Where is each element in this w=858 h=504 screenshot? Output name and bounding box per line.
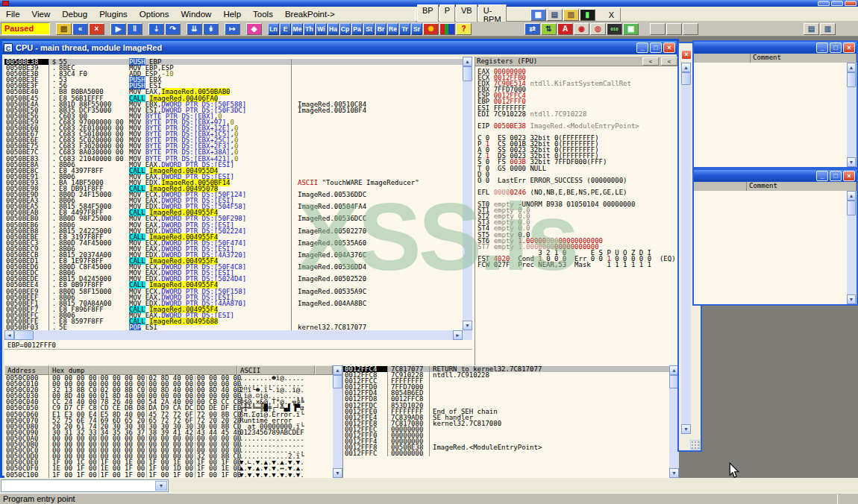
side-top-scrollbar[interactable]: ▲ ▼ [847, 63, 857, 167]
assembler-icon[interactable]: ▦ [530, 9, 546, 21]
open-icon[interactable]: ▨ [56, 23, 72, 35]
partial-scroll-down-icon[interactable]: ▼ [681, 424, 691, 434]
dump-scroll-thumb[interactable] [333, 375, 342, 388]
side-mid-close-icon[interactable]: × [843, 171, 855, 181]
cpu-close-icon[interactable]: × [663, 42, 675, 53]
appearance-icon[interactable] [439, 23, 455, 35]
menu-item-options[interactable]: Options [134, 8, 175, 20]
close-program-icon[interactable]: × [89, 23, 104, 35]
disassembly-pane[interactable]: 0050BE38$55PUSH EBP0050BE39.8BECMOV EBP,… [4, 57, 463, 330]
menu-item-plugins[interactable]: Plugins [93, 8, 134, 20]
dump-header-ascii[interactable]: ASCII [237, 365, 315, 375]
register-line[interactable]: O 0 LastErr ERROR_SUCCESS (00000000) [477, 177, 679, 183]
dump-pane[interactable]: 0050C00000 00 00 0000 00 00 0002 8D 40 0… [4, 375, 333, 478]
disasm-scroll-thumb[interactable] [463, 66, 472, 81]
options-gear-icon[interactable]: ☸ [423, 23, 439, 35]
plugin-close-button[interactable]: X [604, 10, 619, 19]
toolbar-button-re[interactable]: Re [387, 23, 398, 35]
animate-over-icon[interactable]: ↡ [203, 23, 219, 35]
disasm-scroll-right-icon[interactable]: ► [453, 330, 463, 340]
toolbar-button-br[interactable]: Br [375, 23, 386, 35]
side-top-comment-header[interactable]: Comment [751, 54, 857, 63]
step-into-icon[interactable]: ⇣ [148, 23, 164, 35]
side-mid-scrollbar[interactable]: ▲ ▼ [847, 191, 857, 304]
pause-icon[interactable]: ‖ [127, 23, 143, 35]
toolbar-button-st[interactable]: St [363, 23, 375, 35]
register-line[interactable]: FCW 027F Prec NEAR,53 Mask 1 1 1 1 1 1 [477, 262, 679, 268]
menu-item-file[interactable]: File [0, 8, 26, 20]
restart-icon[interactable]: « [72, 23, 88, 35]
toolbar-button-ln[interactable]: Ln [268, 23, 279, 35]
menu-item-view[interactable]: View [26, 8, 57, 20]
side-top-close-icon[interactable]: × [843, 42, 855, 53]
stack-scroll-down-icon[interactable]: ▼ [669, 468, 679, 478]
partial-scroll-thumb[interactable] [681, 72, 691, 85]
disasm-scroll-left-icon[interactable]: ◄ [4, 330, 14, 340]
swap-arrows-icon[interactable]: ⇄ [524, 23, 540, 35]
app-minimize-button[interactable] [818, 1, 830, 6]
side-window-middle-titlebar[interactable]: _ □ × [694, 170, 857, 182]
partial-scroll-track[interactable] [681, 85, 691, 424]
blank-button-3[interactable] [683, 23, 698, 35]
list-view-icon[interactable]: ▤ [804, 23, 819, 35]
target-icon[interactable]: ◎ [590, 23, 606, 35]
side-top-body[interactable] [694, 63, 847, 167]
partial-window-resize-grip[interactable] [690, 440, 700, 450]
blank-button-1[interactable] [650, 23, 666, 35]
dump-header-hex[interactable]: Hex dump [49, 365, 237, 375]
run-icon[interactable]: ▶ [110, 23, 126, 35]
disasm-row[interactable]: 0050BEFE.E8 8597F8FFCALL ImageRed.004956… [4, 318, 463, 324]
cpu-minimize-icon[interactable]: _ [636, 42, 648, 53]
side-top-minimize-icon[interactable]: _ [816, 42, 828, 53]
disasm-row[interactable]: 0050BF03.5EPOP ESIkernel32.7C817077 [4, 324, 463, 330]
app-close-button[interactable] [845, 1, 857, 6]
registers-back-icon[interactable]: < [642, 57, 659, 66]
command-combobox[interactable]: ▼ [1, 479, 169, 492]
animate-into-icon[interactable]: ⇊ [187, 23, 202, 35]
dump-row[interactable]: 0050C1001F 00 1F 001F 00 1F 001F 00 1F 0… [4, 472, 333, 478]
dump-header-address[interactable]: Address [4, 365, 49, 375]
register-line[interactable]: EDI 7C910228 ntdll.7C910228 [477, 111, 679, 117]
dump-vscrollbar[interactable]: ▲ ▼ [333, 365, 342, 478]
notepad-icon[interactable]: ▤ [547, 9, 563, 21]
side-mid-scroll-thumb[interactable] [847, 201, 856, 215]
stack-pane[interactable]: 0012FFC47C817077RETURN to kernel32.7C817… [342, 365, 669, 478]
stack-row[interactable]: 0012FFFC00000000 [343, 450, 669, 456]
menu-item-breakpoint[interactable]: BreakPoint-> [279, 8, 341, 20]
open-folder-icon[interactable]: ▨ [563, 9, 579, 21]
execute-till-return-icon[interactable]: ↦ [225, 23, 240, 35]
go-to-address-icon[interactable]: ◆ [246, 23, 262, 35]
help-icon[interactable]: ? [456, 23, 472, 35]
side-window-top-titlebar[interactable]: _ □ × [694, 42, 857, 54]
disasm-hscroll-thumb[interactable] [14, 330, 34, 340]
menu-item-help[interactable]: Help [217, 8, 247, 20]
disasm-row[interactable]: 0050BE3E.53PUSH EBX [4, 77, 463, 83]
cpu-maximize-icon[interactable]: □ [650, 42, 662, 53]
partial-window-close-icon[interactable]: × [681, 50, 692, 60]
toolbar-button-e[interactable]: E [280, 23, 291, 35]
side-top-maximize-icon[interactable]: □ [830, 42, 842, 53]
side-mid-scroll-up-icon[interactable]: ▲ [847, 191, 856, 201]
toolbar-button-pa[interactable]: Pa [351, 23, 363, 35]
menu-item-debug[interactable]: Debug [56, 8, 93, 20]
disasm-scroll-up-icon[interactable]: ▲ [463, 57, 472, 66]
registers-back2-icon[interactable]: < [661, 57, 677, 66]
disasm-vscrollbar[interactable]: ▲ ▼ [463, 57, 472, 330]
register-line[interactable]: T 0 GS 0000 NULL [477, 166, 679, 171]
toolbar-button-me[interactable]: Me [292, 23, 303, 35]
bomb-icon[interactable]: ◉ [574, 23, 589, 35]
side-mid-comment-header[interactable]: Comment [747, 182, 857, 191]
side-top-scroll-thumb[interactable] [847, 72, 856, 87]
menu-item-window[interactable]: Window [175, 8, 218, 20]
disasm-scroll-down-icon[interactable]: ▼ [463, 321, 472, 330]
registers-pane[interactable]: Registers (FPU) < < EAX 00000000ECX 0012… [475, 57, 679, 365]
toolbar-button-ha[interactable]: Ha [328, 23, 339, 35]
window-view-icon[interactable]: ▣ [623, 23, 639, 35]
cpu-window-titlebar[interactable]: C CPU - main thread, module ImageRed _ □… [2, 41, 677, 54]
combobox-dropdown-icon[interactable]: ▼ [155, 481, 167, 491]
partial-scroll-up-icon[interactable]: ▲ [681, 63, 691, 72]
toolbar-button-tr[interactable]: Tr [399, 23, 410, 35]
app-maximize-button[interactable] [831, 1, 843, 6]
highlight-a-icon[interactable]: A [557, 23, 573, 35]
detail-view-icon[interactable]: ▥ [820, 23, 836, 35]
